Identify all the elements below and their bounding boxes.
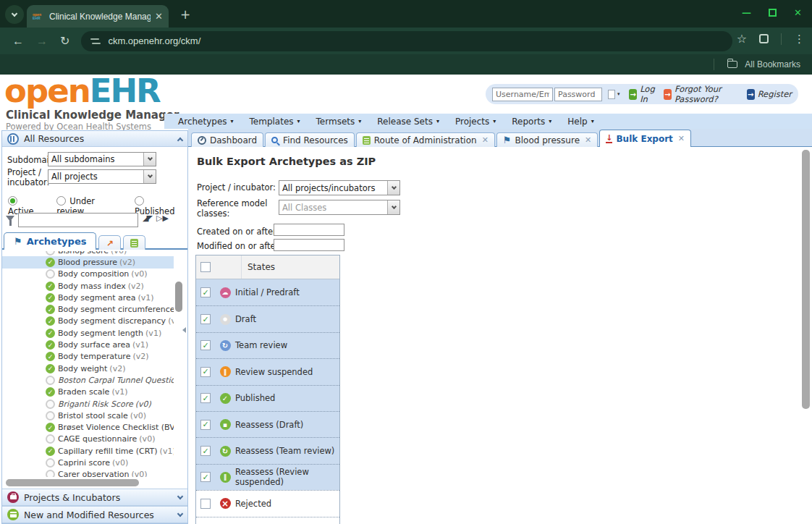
username-field[interactable] [492,88,553,101]
openehr-logo[interactable]: openEHR [4,75,160,108]
tree-item[interactable]: Bishop score(v0) [2,251,174,256]
project-incubator-select[interactable]: All projects/incubators [279,180,400,195]
tree-item[interactable]: ✓Body segment discrepancy(v1) [2,316,174,327]
tree-item[interactable]: ✓Blood pressure(v2) [2,256,174,268]
tree-item[interactable]: Body composition(v0) [2,269,174,280]
tree-item[interactable]: ✓Braden scale(v1) [2,386,174,398]
menu-release-sets[interactable]: Release Sets▾ [369,117,447,127]
tab-termsets[interactable] [123,235,145,250]
tab-close-icon[interactable]: ✕ [482,135,489,145]
back-button[interactable]: ← [12,35,24,48]
tree-item[interactable]: ✓Body segment area(v1) [2,292,174,303]
subdomain-select[interactable]: All subdomains [48,152,156,166]
select-arrow-icon[interactable] [143,153,156,166]
state-checkbox[interactable]: ✓ [200,446,211,456]
state-checkbox[interactable]: ✓ [200,314,211,324]
menu-reports[interactable]: Reports▾ [504,117,559,127]
browser-menu-icon[interactable]: ⋮ [794,33,805,46]
tree-item[interactable]: CAGE questionnaire(v0) [2,434,174,445]
browser-tab[interactable]: openEHR Clinical Knowledge Manager ✕ [27,5,169,28]
filter-input[interactable] [18,213,138,227]
tree-item[interactable]: ✓Body weight(v2) [2,363,174,374]
state-row-reassess-team-review-: ✓↻Reassess (Team review) [196,437,339,463]
collapse-chevron-icon[interactable] [177,137,183,143]
login-arrow-icon[interactable]: → [629,89,637,100]
all-bookmarks-button[interactable]: All Bookmarks [745,59,800,69]
tree-item[interactable]: Bristol stool scale(v0) [2,410,174,421]
site-info-icon[interactable] [90,37,101,46]
login-caret-icon[interactable]: ▾ [617,91,620,97]
select-all-checkbox[interactable] [200,262,211,272]
select-arrow-icon[interactable] [387,181,399,195]
menu-projects[interactable]: Projects▾ [447,117,504,127]
address-bar[interactable]: ckm.openehr.org/ckm/ [81,31,732,51]
bookmark-star-icon[interactable]: ☆ [737,32,747,46]
window-close-button[interactable]: ✕ [794,8,802,17]
doc-tab-dashboard[interactable]: Dashboard [191,132,263,147]
expand-chevron-icon[interactable] [177,511,183,517]
tree-item[interactable]: ✓Body segment length(v1) [2,327,174,339]
state-checkbox[interactable]: ✓ [200,472,211,482]
tab-templates[interactable]: → [98,235,121,250]
expand-chevron-icon[interactable] [177,494,183,499]
sidebar-scrollbar-thumb[interactable] [175,282,182,312]
tree-item[interactable]: Boston Carpal Tunnel Questionnaire . [2,374,174,386]
tab-close-icon[interactable]: ✕ [155,11,163,22]
reload-button[interactable]: ↻ [60,34,69,48]
menu-templates[interactable]: Templates▾ [242,117,308,127]
tab-search-button[interactable] [5,5,24,24]
remember-me-checkbox[interactable] [608,90,615,99]
tree-item[interactable]: ✓Capillary refill time (CRT)(v1) [2,445,174,457]
panel-projects-incubators[interactable]: Projects & Incubators [2,489,187,506]
state-checkbox[interactable]: ✓ [200,393,211,403]
state-checkbox[interactable]: ✓ [200,287,211,297]
password-field[interactable] [554,88,602,101]
forward-button[interactable]: → [36,35,48,48]
clear-filter-icon[interactable]: ◢◤ [143,214,151,223]
state-checkbox[interactable]: ✓ [200,340,211,350]
state-checkbox[interactable] [200,499,211,509]
tree-item[interactable]: Briganti Risk Score(v0) [2,398,174,410]
new-tab-button[interactable]: + [180,7,190,22]
minimize-button[interactable]: — [742,8,751,17]
all-resources-header[interactable]: All Resources [2,131,187,147]
state-checkbox[interactable]: ✓ [200,367,211,377]
tree-item[interactable]: Caprini score(v0) [2,457,174,468]
modified-date-input[interactable] [274,239,344,251]
tab-close-icon[interactable]: ✕ [678,134,685,143]
maximize-button[interactable] [769,9,777,17]
register-arrow-icon[interactable]: → [747,89,755,100]
project-select[interactable]: All projects [48,169,156,184]
forgot-arrow-icon[interactable]: → [664,89,672,100]
tree-item-name: Boston Carpal Tunnel Questionnaire . [58,376,174,385]
tree-item[interactable]: ✓Brøset Violence Checklist (BVC)(v1) [2,421,174,433]
tree-item[interactable]: Carer observation(v0) [2,469,174,477]
doc-tab-find-resources[interactable]: Find Resources [265,132,355,147]
panel-new-and-modified-resources[interactable]: New and Modified Resources [2,506,187,523]
select-arrow-icon[interactable] [143,170,156,183]
menu-termsets[interactable]: Termsets▾ [308,117,370,127]
tab-archetypes[interactable]: ⚑ Archetypes [4,232,96,250]
horizontal-scrollbar-thumb[interactable] [6,479,139,486]
state-checkbox[interactable]: ✓ [200,420,211,430]
tree-item[interactable]: ✓Body temperature(v2) [2,351,174,363]
created-date-input[interactable] [274,224,344,236]
radio-icon [8,196,17,206]
doc-tab-route-of-administration[interactable]: Route of Administration✕ [356,132,495,147]
doc-tab-blood-pressure[interactable]: ⚑Blood pressure✕ [496,132,598,147]
extensions-icon[interactable] [759,34,769,43]
tab-close-icon[interactable]: ✕ [585,135,591,145]
tree-item-version: (v0) [139,434,155,444]
tree-item[interactable]: ✓Body surface area(v1) [2,339,174,350]
tree-item[interactable]: ✓Body mass index(v2) [2,280,174,292]
login-button[interactable]: Log In [640,84,658,104]
doc-tab-bulk-export[interactable]: ↓Bulk Export✕ [599,130,691,147]
sidebar-collapse-handle[interactable] [182,327,186,333]
register-link[interactable]: Register [758,89,792,99]
main-scrollbar-thumb[interactable] [802,150,810,409]
menu-archetypes[interactable]: Archetypes▾ [170,117,242,127]
tree-item[interactable]: ✓Body segment circumference(v1) [2,303,174,315]
forgot-password-link[interactable]: Forgot Your Password? [674,84,741,104]
menu-help[interactable]: Help▾ [559,117,601,127]
expand-all-icon[interactable]: ▷▶ [156,214,169,223]
